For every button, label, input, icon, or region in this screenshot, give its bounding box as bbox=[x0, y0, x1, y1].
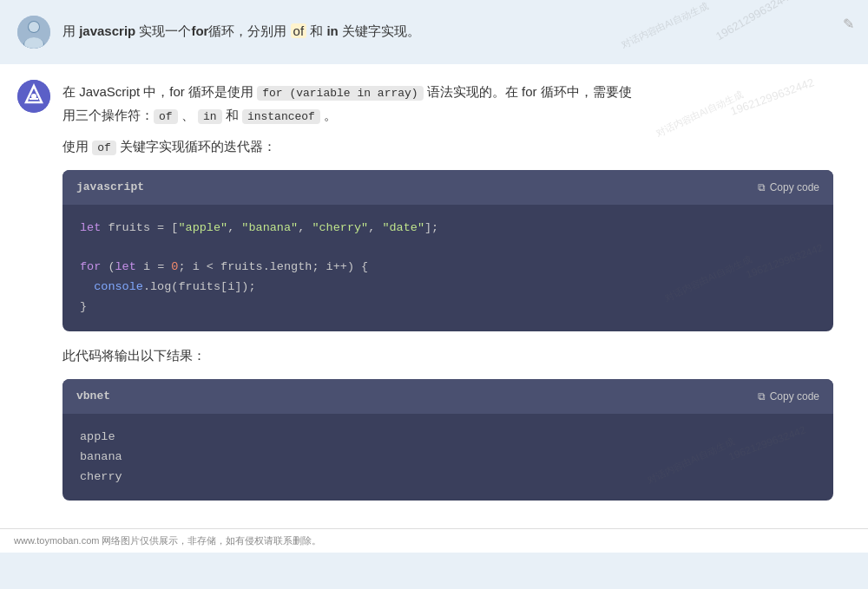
footer-bar: www.toymoban.com 网络图片仅供展示，非存储，如有侵权请联系删除。 bbox=[0, 528, 868, 553]
code-line-5: } bbox=[80, 298, 816, 317]
inline-code-of: of bbox=[154, 109, 178, 124]
watermark2: 对话内容由AI自动生成 bbox=[619, 0, 710, 51]
code-lang-javascript: javascript bbox=[76, 177, 144, 197]
user-avatar bbox=[17, 16, 50, 49]
output-line-2: banana bbox=[80, 448, 816, 468]
of-intro-line: 使用 of 关键字实现循环的迭代器： bbox=[62, 134, 833, 158]
highlighted-of: of bbox=[291, 23, 307, 38]
result-line: 此代码将输出以下结果： bbox=[62, 344, 833, 367]
assistant-content: 在 JavaScript 中，for 循环是使用 for (variable i… bbox=[62, 80, 833, 513]
inline-code-instanceof: instanceof bbox=[242, 109, 320, 124]
chat-container: 用 javascrip 实现一个for循环，分别用 of 和 in 关键字实现。… bbox=[0, 0, 868, 589]
copy-button-vbnet[interactable]: ⧉ Copy code bbox=[758, 390, 819, 402]
code-line-3: for (let i = 0; i < fruits.length; i++) … bbox=[80, 258, 816, 278]
code-block-vbnet: vbnet ⧉ Copy code apple banana cherry bbox=[62, 379, 833, 501]
code-line-1: let fruits = ["apple", "banana", "cherry… bbox=[80, 219, 816, 239]
copy-button-javascript[interactable]: ⧉ Copy code bbox=[758, 181, 819, 193]
code-body-javascript: let fruits = ["apple", "banana", "cherry… bbox=[62, 205, 833, 332]
watermark1: 19621299632442 bbox=[713, 0, 796, 43]
code-header-vbnet: vbnet ⧉ Copy code bbox=[62, 379, 833, 413]
inline-code-for-syntax: for (variable in array) bbox=[257, 86, 423, 101]
code-lang-vbnet: vbnet bbox=[76, 386, 110, 406]
inline-code-of2: of bbox=[92, 141, 116, 155]
intro-paragraph: 在 JavaScript 中，for 循环是使用 for (variable i… bbox=[62, 80, 833, 128]
svg-point-3 bbox=[29, 22, 39, 32]
inline-code-in: in bbox=[198, 109, 222, 124]
code-line-2 bbox=[80, 239, 816, 259]
output-line-3: cherry bbox=[80, 468, 816, 488]
code-line-4: console.log(fruits[i]); bbox=[80, 278, 816, 298]
copy-icon-2: ⧉ bbox=[758, 390, 766, 402]
output-line-1: apple bbox=[80, 428, 816, 448]
assistant-avatar bbox=[17, 80, 50, 113]
svg-point-8 bbox=[31, 94, 36, 99]
footer-text: www.toymoban.com 网络图片仅供展示，非存储，如有侵权请联系删除。 bbox=[14, 535, 321, 546]
user-message-text: 用 javascrip 实现一个for循环，分别用 of 和 in 关键字实现。 bbox=[62, 16, 420, 42]
edit-icon[interactable]: ✎ bbox=[843, 16, 854, 32]
assistant-message-row: 在 JavaScript 中，for 循环是使用 for (variable i… bbox=[0, 64, 868, 528]
user-message-row: 用 javascrip 实现一个for循环，分别用 of 和 in 关键字实现。… bbox=[0, 0, 868, 64]
code-body-vbnet: apple banana cherry bbox=[62, 414, 833, 501]
code-header-javascript: javascript ⧉ Copy code bbox=[62, 170, 833, 204]
copy-icon: ⧉ bbox=[758, 181, 766, 193]
code-block-javascript: javascript ⧉ Copy code let fruits = ["ap… bbox=[62, 170, 833, 331]
